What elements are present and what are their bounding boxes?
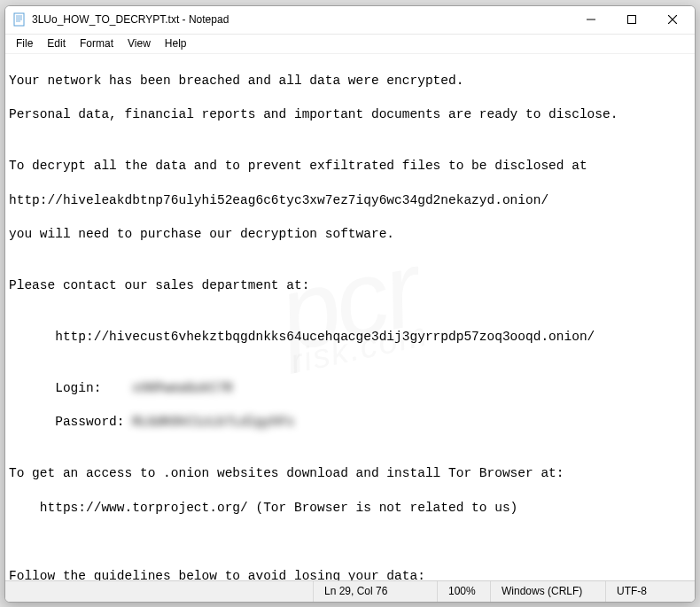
menu-view[interactable]: View xyxy=(121,35,158,51)
menu-help[interactable]: Help xyxy=(158,35,194,51)
menu-format[interactable]: Format xyxy=(73,35,121,51)
menu-file[interactable]: File xyxy=(9,35,40,51)
text-line: To decrypt all the data and to prevent e… xyxy=(9,158,691,175)
status-line-ending: Windows (CRLF) xyxy=(491,581,606,602)
window-title: 3LUo_HOW_TO_DECRYPT.txt - Notepad xyxy=(32,13,571,26)
window-controls xyxy=(571,6,693,34)
text-line: http://hiveleakdbtnp76ulyhi52eag6c6tyc3x… xyxy=(9,192,691,209)
close-button[interactable] xyxy=(652,6,693,34)
svg-rect-6 xyxy=(628,16,636,24)
text-line: you will need to purchase our decryption… xyxy=(9,226,691,243)
maximize-button[interactable] xyxy=(611,6,652,34)
statusbar: Ln 29, Col 76 100% Windows (CRLF) UTF-8 xyxy=(5,580,695,602)
status-encoding: UTF-8 xyxy=(606,581,695,602)
text-line: Personal data, financial reports and imp… xyxy=(9,106,691,123)
text-line: Your network has been breached and all d… xyxy=(9,73,691,89)
text-line: https://www.torproject.org/ (Tor Browser… xyxy=(9,500,691,517)
text-area[interactable]: Your network has been breached and all d… xyxy=(5,54,695,580)
status-spacer xyxy=(5,581,314,602)
password-value: RLGdK0kC1zLb7LdlgyhFs xyxy=(132,414,294,431)
text-line: Please contact our sales department at: xyxy=(9,277,691,294)
text-line: Login: xXKPweaGukC7R xyxy=(9,380,691,397)
login-value: xXKPweaGukC7R xyxy=(132,380,232,397)
titlebar: 3LUo_HOW_TO_DECRYPT.txt - Notepad xyxy=(5,6,695,35)
text-line: Follow the guidelines below to avoid los… xyxy=(9,568,691,580)
notepad-window: pcr risk.com 3LUo_HOW_TO_DECRYPT.txt - N… xyxy=(4,5,696,603)
text-line: http://hivecust6vhekztbqgdnkks64ucehqacg… xyxy=(9,329,691,346)
menubar: File Edit Format View Help xyxy=(5,35,695,54)
text-line: To get an access to .onion websites down… xyxy=(9,465,691,482)
minimize-button[interactable] xyxy=(571,6,611,34)
menu-edit[interactable]: Edit xyxy=(40,35,73,51)
status-zoom: 100% xyxy=(438,581,491,602)
text-line: Password: RLGdK0kC1zLb7LdlgyhFs xyxy=(9,414,691,431)
notepad-icon xyxy=(12,12,27,27)
status-position: Ln 29, Col 76 xyxy=(314,581,438,602)
